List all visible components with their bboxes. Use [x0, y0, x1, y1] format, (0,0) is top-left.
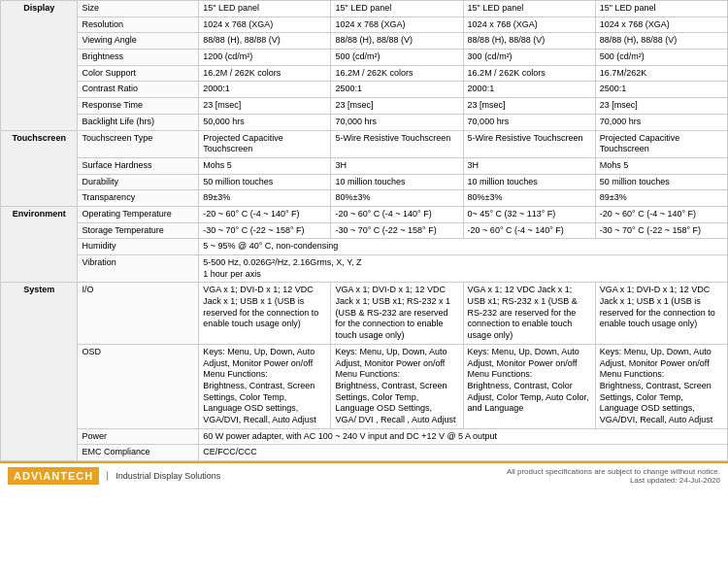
data-cell-2: 15" LED panel: [463, 1, 595, 17]
data-cell: 5-500 Hz, 0.026G²/Hz, 2.16Grms, X, Y, Z …: [199, 255, 728, 283]
table-row: EnvironmentOperating Temperature-20 ~ 60…: [1, 206, 728, 222]
data-cell-3: 88/88 (H), 88/88 (V): [595, 33, 727, 50]
data-cell-2: 3H: [463, 157, 595, 174]
table-row: Power60 W power adapter, with AC 100 ~ 2…: [1, 428, 728, 445]
data-cell-3: 89±3%: [595, 190, 727, 207]
data-cell-0: Keys: Menu, Up, Down, Auto Adjust, Monit…: [199, 344, 331, 428]
label-cell: Durability: [78, 174, 199, 190]
data-cell-3: Keys: Menu, Up, Down, Auto Adjust, Monit…: [595, 344, 727, 428]
table-row: Durability50 million touches10 million t…: [1, 174, 728, 190]
data-cell-1: 88/88 (H), 88/88 (V): [331, 33, 463, 50]
label-cell: Brightness: [78, 50, 199, 66]
data-cell-3: 70,000 hrs: [595, 114, 727, 130]
data-cell-1: Keys: Menu, Up, Down, Auto Adjust, Monit…: [331, 344, 463, 428]
data-cell-1: 10 million touches: [331, 174, 463, 190]
data-cell-3: 500 (cd/m²): [595, 50, 727, 66]
table-row: DisplaySize15" LED panel15" LED panel15"…: [1, 1, 728, 17]
footer-tagline: Industrial Display Solutions: [107, 471, 220, 481]
data-cell-0: 50,000 hrs: [199, 114, 331, 130]
data-cell-0: 23 [msec]: [199, 98, 331, 115]
label-cell: Viewing Angle: [78, 33, 199, 50]
category-cell: Environment: [1, 206, 78, 282]
data-cell-1: 1024 x 768 (XGA): [331, 17, 463, 33]
data-cell-1: 70,000 hrs: [331, 114, 463, 130]
data-cell-3: 2500:1: [595, 82, 727, 98]
data-cell-0: 15" LED panel: [199, 1, 331, 17]
data-cell: CE/FCC/CCC: [199, 445, 728, 461]
spec-table: DisplaySize15" LED panel15" LED panel15"…: [0, 0, 728, 461]
data-cell-1: 500 (cd/m²): [331, 50, 463, 66]
advantech-logo: ADV\ANTECH: [8, 467, 99, 485]
data-cell-1: -30 ~ 70° C (-22 ~ 158° F): [331, 222, 463, 239]
footer: ADV\ANTECH Industrial Display Solutions …: [0, 461, 728, 489]
table-row: TouchscreenTouchscreen TypeProjected Cap…: [1, 130, 728, 157]
data-cell-2: 88/88 (H), 88/88 (V): [463, 33, 595, 50]
label-cell: OSD: [78, 344, 199, 428]
table-row: Backlight Life (hrs)50,000 hrs70,000 hrs…: [1, 114, 728, 130]
data-cell-2: VGA x 1; 12 VDC Jack x 1; USB x1; RS-232…: [463, 283, 595, 344]
footer-right: All product specifications are subject t…: [507, 467, 720, 485]
table-row: EMC ComplianceCE/FCC/CCC: [1, 445, 728, 461]
label-cell: Color Support: [78, 65, 199, 82]
footer-note: All product specifications are subject t…: [507, 467, 720, 476]
data-cell-0: -20 ~ 60° C (-4 ~ 140° F): [199, 206, 331, 222]
label-cell: Touchscreen Type: [78, 130, 199, 157]
data-cell-0: -30 ~ 70° C (-22 ~ 158° F): [199, 222, 331, 239]
label-cell: Response Time: [78, 98, 199, 115]
data-cell-2: 16.2M / 262K colors: [463, 65, 595, 82]
data-cell: 60 W power adapter, with AC 100 ~ 240 V …: [199, 428, 728, 445]
data-cell-0: 1024 x 768 (XGA): [199, 17, 331, 33]
data-cell-3: Projected Capacitive Touchscreen: [595, 130, 727, 157]
data-cell-1: 15" LED panel: [331, 1, 463, 17]
label-cell: Humidity: [78, 239, 199, 255]
data-cell-2: 1024 x 768 (XGA): [463, 17, 595, 33]
data-cell-0: Projected Capacitive Touchscreen: [199, 130, 331, 157]
category-cell: Touchscreen: [1, 130, 78, 206]
label-cell: Power: [78, 428, 199, 445]
label-cell: Transparency: [78, 190, 199, 207]
data-cell-2: 10 million touches: [463, 174, 595, 190]
label-cell: Vibration: [78, 255, 199, 283]
data-cell-2: 5-Wire Resistive Touchscreen: [463, 130, 595, 157]
data-cell-0: 2000:1: [199, 82, 331, 98]
data-cell-3: 1024 x 768 (XGA): [595, 17, 727, 33]
data-cell-1: 16.2M / 262K colors: [331, 65, 463, 82]
data-cell-2: 300 (cd/m²): [463, 50, 595, 66]
data-cell-2: 70,000 hrs: [463, 114, 595, 130]
table-row: Viewing Angle88/88 (H), 88/88 (V)88/88 (…: [1, 33, 728, 50]
data-cell-2: 23 [msec]: [463, 98, 595, 115]
data-cell-0: 1200 (cd/m²): [199, 50, 331, 66]
label-cell: Operating Temperature: [78, 206, 199, 222]
data-cell-2: 0~ 45° C (32 ~ 113° F): [463, 206, 595, 222]
footer-date: Last updated: 24-Jul-2020: [507, 476, 720, 485]
label-cell: Resolution: [78, 17, 199, 33]
label-cell: Backlight Life (hrs): [78, 114, 199, 130]
table-row: Transparency89±3%80%±3%80%±3%89±3%: [1, 190, 728, 207]
label-cell: Surface Hardness: [78, 157, 199, 174]
table-row: Brightness1200 (cd/m²)500 (cd/m²)300 (cd…: [1, 50, 728, 66]
data-cell-0: Mohs 5: [199, 157, 331, 174]
data-cell-1: VGA x 1; DVI-D x 1; 12 VDC Jack x 1; USB…: [331, 283, 463, 344]
data-cell-3: 50 million touches: [595, 174, 727, 190]
data-cell-3: Mohs 5: [595, 157, 727, 174]
table-row: Contrast Ratio2000:12500:12000:12500:1: [1, 82, 728, 98]
data-cell-2: Keys: Menu, Up, Down, Auto Adjust, Monit…: [463, 344, 595, 428]
footer-left: ADV\ANTECH Industrial Display Solutions: [8, 467, 220, 485]
data-cell-3: -30 ~ 70° C (-22 ~ 158° F): [595, 222, 727, 239]
data-cell-0: VGA x 1; DVI-D x 1; 12 VDC Jack x 1; USB…: [199, 283, 331, 344]
data-cell-2: 80%±3%: [463, 190, 595, 207]
data-cell-3: 16.7M/262K: [595, 65, 727, 82]
data-cell-1: 3H: [331, 157, 463, 174]
table-row: SystemI/OVGA x 1; DVI-D x 1; 12 VDC Jack…: [1, 283, 728, 344]
table-row: OSDKeys: Menu, Up, Down, Auto Adjust, Mo…: [1, 344, 728, 428]
table-row: Humidity5 ~ 95% @ 40° C, non-condensing: [1, 239, 728, 255]
data-cell-0: 88/88 (H), 88/88 (V): [199, 33, 331, 50]
data-cell-3: VGA x 1; DVI-D x 1; 12 VDC Jack x 1; USB…: [595, 283, 727, 344]
data-cell-1: 5-Wire Resistive Touchscreen: [331, 130, 463, 157]
table-row: Surface HardnessMohs 53H3HMohs 5: [1, 157, 728, 174]
label-cell: Contrast Ratio: [78, 82, 199, 98]
data-cell-1: -20 ~ 60° C (-4 ~ 140° F): [331, 206, 463, 222]
data-cell: 5 ~ 95% @ 40° C, non-condensing: [199, 239, 728, 255]
logo-text: ADV\ANTECH: [14, 470, 93, 482]
label-cell: Size: [78, 1, 199, 17]
